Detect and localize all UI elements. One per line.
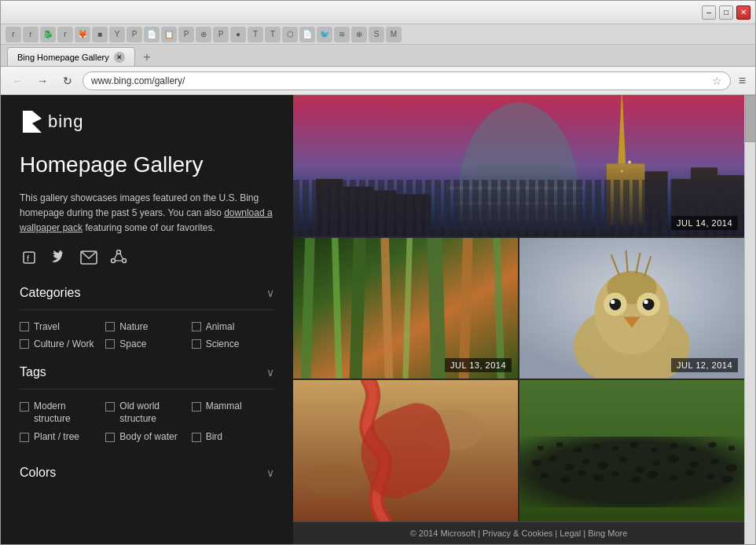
ext-icon-23[interactable]: M: [386, 27, 402, 42]
space-checkbox[interactable]: [105, 339, 115, 349]
ext-icon-10[interactable]: 📋: [161, 27, 177, 42]
svg-point-72: [611, 471, 620, 477]
share-icon[interactable]: [109, 248, 128, 267]
tab-close-button[interactable]: ✕: [114, 52, 125, 63]
bookmark-star-icon[interactable]: ☆: [712, 75, 722, 87]
footer-privacy-link[interactable]: Privacy & Cookies: [483, 529, 552, 538]
nature-checkbox[interactable]: [105, 322, 115, 331]
ext-icon-2[interactable]: r: [23, 27, 39, 42]
category-nature[interactable]: Nature: [105, 321, 188, 332]
categories-header: Categories ∨: [20, 286, 274, 300]
ext-icon-1[interactable]: r: [6, 27, 21, 42]
twitter-icon[interactable]: [50, 248, 68, 267]
body-of-water-checkbox[interactable]: [105, 433, 115, 442]
plant-tree-checkbox[interactable]: [20, 433, 29, 442]
footer-legal-link[interactable]: Legal: [560, 529, 581, 538]
category-culture-work[interactable]: Culture / Work: [20, 338, 102, 349]
category-science[interactable]: Science: [192, 338, 274, 349]
email-icon[interactable]: [79, 248, 98, 267]
svg-point-46: [644, 299, 648, 303]
new-tab-button[interactable]: +: [138, 49, 156, 66]
gallery-item-bird[interactable]: JUL 12, 2014: [519, 238, 744, 379]
gallery-item-abstract[interactable]: JUL 13, 2014: [293, 238, 518, 379]
ext-icon-8[interactable]: P: [127, 27, 142, 42]
gallery-description: This gallery showcases images featured o…: [20, 191, 274, 236]
animal-checkbox[interactable]: [192, 322, 201, 331]
browser-menu-button[interactable]: ≡: [736, 72, 749, 90]
close-button[interactable]: ✕: [736, 5, 750, 20]
svg-point-56: [531, 460, 541, 466]
gallery-title: Homepage Gallery: [20, 152, 274, 178]
tags-divider: [20, 389, 274, 390]
gallery-item-river[interactable]: [293, 380, 518, 521]
ext-icon-5[interactable]: 🦊: [75, 27, 90, 42]
ext-icon-14[interactable]: ●: [230, 27, 246, 42]
ext-icon-11[interactable]: P: [178, 27, 194, 42]
ext-icon-13[interactable]: P: [213, 27, 229, 42]
svg-point-54: [306, 463, 364, 496]
tag-modern-structure[interactable]: Modern structure: [20, 401, 102, 425]
modern-structure-checkbox[interactable]: [20, 402, 29, 411]
ext-icon-18[interactable]: 📄: [299, 27, 315, 42]
tag-old-world-structure[interactable]: Old world structure: [105, 401, 188, 425]
ext-icon-7[interactable]: Y: [109, 27, 125, 42]
bird-checkbox[interactable]: [192, 433, 201, 442]
svg-point-67: [725, 465, 737, 473]
gallery-item-featured[interactable]: JUL 14, 2014: [293, 95, 744, 236]
svg-point-83: [612, 446, 618, 451]
ext-icon-21[interactable]: ⊕: [351, 27, 367, 42]
tags-chevron-icon[interactable]: ∨: [266, 366, 274, 379]
facebook-icon[interactable]: f: [20, 248, 39, 267]
svg-rect-12: [476, 163, 560, 236]
svg-point-78: [721, 476, 733, 484]
svg-rect-15: [457, 217, 580, 220]
category-animal[interactable]: Animal: [192, 321, 274, 332]
ext-icon-22[interactable]: S: [369, 27, 384, 42]
ext-icon-19[interactable]: 🐦: [317, 27, 332, 42]
scrollbar-thumb[interactable]: [745, 95, 755, 142]
minimize-button[interactable]: –: [702, 5, 716, 20]
river-svg: [293, 380, 518, 521]
svg-point-76: [685, 470, 695, 476]
gallery-area: JUL 14, 2014: [293, 95, 755, 544]
refresh-button[interactable]: ↻: [57, 71, 78, 91]
old-world-structure-checkbox[interactable]: [105, 402, 115, 411]
tags-title: Tags: [20, 365, 46, 379]
ext-icon-9[interactable]: 📄: [144, 27, 160, 42]
svg-point-26: [628, 161, 631, 164]
maximize-button[interactable]: □: [719, 5, 733, 20]
culture-work-checkbox[interactable]: [20, 339, 29, 349]
footer-copyright: © 2014 Microsoft: [410, 529, 475, 538]
scrollbar[interactable]: [744, 95, 755, 544]
svg-line-32: [385, 238, 389, 379]
tag-plant-tree[interactable]: Plant / tree: [20, 431, 102, 444]
ext-icon-4[interactable]: r: [57, 27, 73, 42]
forward-button[interactable]: →: [32, 71, 53, 91]
colors-chevron-icon[interactable]: ∨: [266, 466, 274, 479]
ext-icon-20[interactable]: ≋: [334, 27, 350, 42]
back-button[interactable]: ←: [7, 71, 28, 91]
ext-icon-12[interactable]: ⊕: [196, 27, 211, 42]
footer-bing-more-link[interactable]: Bing More: [588, 529, 627, 538]
tag-bird[interactable]: Bird: [192, 431, 274, 444]
categories-divider: [20, 309, 274, 310]
ext-icon-3[interactable]: 🐉: [40, 27, 56, 42]
category-space[interactable]: Space: [105, 338, 188, 349]
ext-icon-15[interactable]: T: [248, 27, 263, 42]
travel-checkbox[interactable]: [20, 322, 29, 331]
tag-mammal[interactable]: Mammal: [192, 401, 274, 425]
ext-icon-6[interactable]: ■: [92, 27, 108, 42]
address-bar[interactable]: [91, 75, 707, 86]
svg-point-69: [560, 477, 571, 483]
tag-body-of-water[interactable]: Body of water: [105, 431, 188, 444]
tags-header: Tags ∨: [20, 365, 274, 379]
category-travel[interactable]: Travel: [20, 321, 102, 332]
categories-chevron-icon[interactable]: ∨: [266, 287, 274, 299]
ext-icon-16[interactable]: T: [265, 27, 281, 42]
ext-icon-17[interactable]: ⬡: [282, 27, 298, 42]
svg-point-64: [667, 455, 679, 463]
active-tab[interactable]: Bing Homepage Gallery ✕: [7, 47, 135, 66]
science-checkbox[interactable]: [192, 339, 201, 349]
gallery-item-herd[interactable]: [519, 380, 744, 521]
mammal-checkbox[interactable]: [192, 402, 201, 411]
